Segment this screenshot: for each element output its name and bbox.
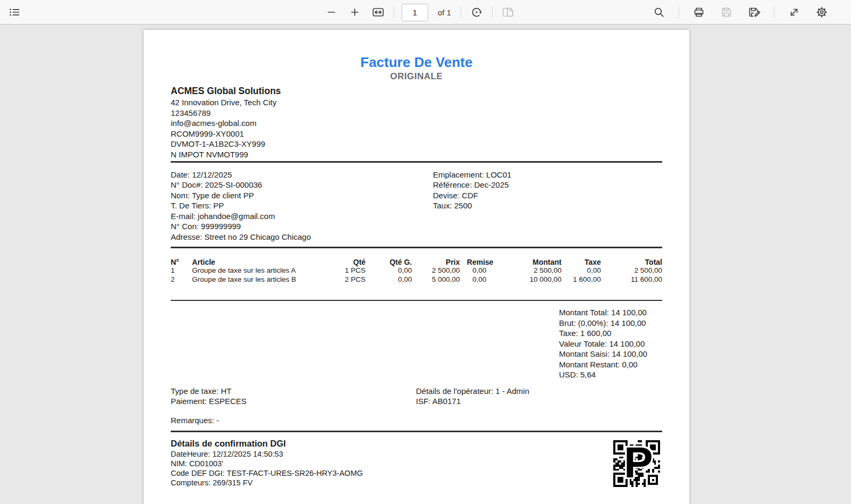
- search-icon: [653, 6, 665, 18]
- table-cell: 2 500,00: [494, 266, 562, 275]
- rotate-icon: [471, 6, 482, 18]
- fullscreen-button[interactable]: [786, 4, 802, 20]
- dgi-detail-line: Compteurs: 269/315 FV: [171, 478, 662, 488]
- footer-line: ISF: AB0171: [416, 396, 662, 407]
- dgi-detail-line: NIM: CD01003': [171, 459, 662, 468]
- table-header-cell: Total: [601, 255, 662, 266]
- info-line: Nom: Type de client PP: [171, 190, 433, 201]
- print-button[interactable]: [691, 4, 707, 20]
- company-details: 42 Innovation Drive, Tech City123456789i…: [171, 97, 662, 159]
- divider-rule: [171, 300, 662, 301]
- invoice-title: Facture De Vente: [171, 54, 662, 70]
- company-detail-line: N IMPOT NVMOT999: [171, 149, 662, 160]
- info-line: Date: 12/12/2025: [171, 170, 433, 180]
- info-line: T. De Tiers: PP: [171, 200, 433, 211]
- table-cell: 11 600,00: [601, 275, 662, 284]
- save-button[interactable]: [719, 4, 735, 20]
- table-cell: 0,00: [460, 266, 494, 275]
- items-table-header-row: N°ArticleQtéQté G.PrixRemiseMontantTaxeT…: [171, 255, 662, 266]
- info-line: Référence: Dec-2025: [433, 180, 662, 190]
- company-name: ACMES Global Solutions: [171, 85, 662, 97]
- invoice-footer-section: Type de taxe: HTPaiement: ESPECES Détail…: [171, 386, 662, 407]
- info-line: Adresse: Street no 29 Chicago Chicago: [171, 232, 433, 242]
- toolbar-divider: [394, 6, 394, 18]
- dgi-details: DateHeure: 12/12/2025 14:50:53NIM: CD010…: [171, 449, 662, 488]
- table-of-contents-button[interactable]: [6, 4, 22, 20]
- company-detail-line: DVMOT-1-A1B2C3-XY999: [171, 139, 662, 149]
- invoice-subtitle: ORIGINALE: [171, 70, 662, 83]
- print-icon: [693, 6, 705, 18]
- company-detail-line: 42 Innovation Drive, Tech City: [171, 97, 662, 108]
- info-line: E-mail: johandoe@gmail.com: [171, 211, 433, 222]
- rotate-button[interactable]: [469, 4, 485, 20]
- info-line: Emplacement: LOC01: [433, 170, 662, 180]
- page-view-button[interactable]: [500, 4, 516, 20]
- remarks-line: Remarques: -: [171, 415, 662, 426]
- dgi-confirmation-section: Détails de confirmation DGI DateHeure: 1…: [171, 438, 662, 488]
- table-header-cell: Prix: [412, 255, 460, 266]
- fit-to-width-button[interactable]: [370, 4, 386, 20]
- pdf-toolbar: of 1: [0, 0, 851, 24]
- invoice-info-left: Date: 12/12/2025N° Doc#: 2025-SI-000036N…: [171, 170, 433, 242]
- footer-line: Détails de l'opérateur: 1 - Admin: [416, 386, 662, 397]
- totals-block: Montant Total: 14 100,00Brut: (0,00%): 1…: [559, 307, 662, 380]
- table-cell: Groupe de taxe sur les articles A: [192, 266, 329, 275]
- total-line: Brut: (0,00%): 14 100,00: [559, 318, 662, 329]
- table-cell: 0,00: [562, 266, 601, 275]
- fullscreen-icon: [788, 6, 800, 18]
- info-line: N° Con: 999999999: [171, 221, 433, 232]
- zoom-in-button[interactable]: [347, 4, 363, 20]
- settings-gear-icon: [816, 6, 828, 18]
- pdf-page: Facture De Vente ORIGINALE ACMES Global …: [144, 30, 689, 504]
- info-line: Taux: 2500: [433, 200, 662, 211]
- total-line: Montant Restant: 0,00: [559, 359, 662, 370]
- company-detail-line: 123456789: [171, 108, 662, 119]
- table-cell: Groupe de taxe sur les articles B: [192, 275, 329, 284]
- info-line: Devise: CDF: [433, 190, 662, 201]
- table-header-cell: Montant: [494, 255, 562, 266]
- table-header-cell: Taxe: [562, 255, 601, 266]
- settings-button[interactable]: [814, 4, 830, 20]
- page-view-icon: [502, 6, 514, 18]
- divider-rule: [171, 247, 662, 248]
- qr-code: P: [613, 440, 660, 487]
- pdf-viewer-area[interactable]: Facture De Vente ORIGINALE ACMES Global …: [0, 24, 851, 503]
- footer-right: Détails de l'opérateur: 1 - AdminISF: AB…: [416, 386, 662, 407]
- footer-line: Type de taxe: HT: [171, 386, 416, 397]
- table-cell: 1 600,00: [562, 275, 601, 284]
- table-cell: 2 PCS: [329, 275, 365, 284]
- table-row: 2Groupe de taxe sur les articles B2 PCS0…: [171, 275, 662, 284]
- total-line: USD: 5,64: [559, 369, 662, 380]
- table-cell: 1: [171, 266, 192, 275]
- zoom-out-icon: [326, 7, 337, 18]
- table-row: 1Groupe de taxe sur les articles A1 PCS0…: [171, 266, 662, 275]
- info-line: N° Doc#: 2025-SI-000036: [171, 180, 433, 190]
- table-cell: 0,00: [365, 266, 412, 275]
- dgi-detail-line: Code DEF DGI: TEST-FACT-URES-SR26-HRY3-A…: [171, 468, 662, 478]
- total-line: Montant Saisi: 14 100,00: [559, 349, 662, 359]
- total-line: Montant Total: 14 100,00: [559, 307, 662, 318]
- fit-to-width-icon: [372, 7, 385, 18]
- page-count-label: of 1: [436, 8, 453, 17]
- table-cell: 10 000,00: [494, 275, 562, 284]
- company-detail-line: RCOM9999-XY0001: [171, 129, 662, 139]
- zoom-out-button[interactable]: [323, 4, 339, 20]
- items-table-body: 1Groupe de taxe sur les articles A1 PCS0…: [171, 266, 662, 284]
- total-line: Taxe: 1 600,00: [559, 328, 662, 339]
- page-number-input[interactable]: [402, 4, 428, 21]
- save-as-button[interactable]: [746, 4, 762, 20]
- save-as-icon: [748, 6, 761, 18]
- toolbar-divider: [774, 6, 774, 18]
- invoice-info-right: Emplacement: LOC01Référence: Dec-2025Dev…: [433, 170, 662, 242]
- table-header-cell: Qté: [329, 255, 365, 266]
- qr-overlay-letter: P: [624, 437, 653, 488]
- search-button[interactable]: [651, 4, 667, 20]
- save-icon: [721, 6, 732, 18]
- footer-left: Type de taxe: HTPaiement: ESPECES: [171, 386, 416, 407]
- table-cell: 5 000,00: [412, 275, 460, 284]
- items-table: N°ArticleQtéQté G.PrixRemiseMontantTaxeT…: [171, 255, 662, 284]
- table-cell: 1 PCS: [329, 266, 365, 275]
- table-cell: 2 500,00: [601, 266, 662, 275]
- zoom-in-icon: [349, 7, 360, 18]
- dgi-section-title: Détails de confirmation DGI: [171, 438, 662, 449]
